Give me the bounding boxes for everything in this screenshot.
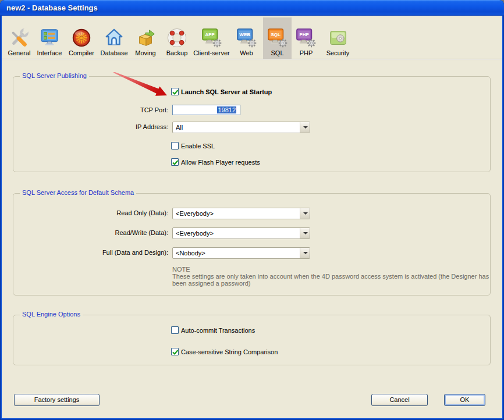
group-sql-engine-options: SQL Engine Options Auto-commit Transacti… bbox=[13, 315, 491, 365]
svg-text:PHP: PHP bbox=[299, 32, 309, 37]
ok-button[interactable]: OK bbox=[444, 394, 485, 406]
client-server-app-icon: APP bbox=[201, 27, 223, 49]
factory-settings-button[interactable]: Factory settings bbox=[14, 394, 100, 406]
ip-address-value: All bbox=[176, 122, 298, 133]
chevron-down-icon[interactable] bbox=[300, 208, 310, 219]
toolbar-item-label: Compiler bbox=[69, 49, 94, 56]
toolbar-item-php[interactable]: PHP PHP bbox=[292, 17, 321, 59]
toolbar-item-label: Interface bbox=[37, 49, 62, 56]
group-sql-server-publishing: SQL Server Publishing Launch SQL Server … bbox=[13, 76, 491, 172]
toolbar-item-sql[interactable]: SQL SQL bbox=[263, 17, 292, 59]
svg-text:APP: APP bbox=[205, 32, 215, 37]
ip-address-label: IP Address: bbox=[72, 123, 168, 130]
check-icon bbox=[172, 159, 179, 166]
full-access-value: <Nobody> bbox=[176, 248, 298, 258]
chevron-down-icon[interactable] bbox=[300, 228, 310, 239]
read-only-label: Read Only (Data): bbox=[72, 209, 168, 216]
database-settings-dialog: new2 - Database Settings General bbox=[0, 0, 504, 420]
launch-sql-server-label: Launch SQL Server at Startup bbox=[181, 88, 272, 95]
group-title: SQL Server Access for Default Schema bbox=[20, 189, 136, 196]
toolbar-item-compiler[interactable]: Compiler bbox=[65, 17, 98, 59]
settings-toolbar: General Interface bbox=[5, 17, 355, 59]
toolbar-item-general[interactable]: General bbox=[5, 17, 34, 59]
launch-sql-server-checkbox[interactable] bbox=[171, 88, 179, 95]
enable-ssl-checkbox[interactable] bbox=[171, 142, 179, 150]
moving-box-icon bbox=[134, 27, 157, 49]
security-card-icon bbox=[327, 27, 349, 49]
toolbar-item-label: Backup bbox=[166, 49, 188, 56]
toolbar-item-label: Database bbox=[100, 49, 127, 56]
svg-text:WEB: WEB bbox=[239, 32, 250, 37]
check-icon bbox=[172, 348, 179, 356]
php-monitor-icon: PHP bbox=[295, 27, 317, 49]
chevron-down-icon[interactable] bbox=[300, 122, 310, 133]
tcp-port-label: TCP Port: bbox=[72, 106, 168, 113]
note-text: These settings are only taken into accou… bbox=[172, 273, 494, 287]
toolbar-item-database[interactable]: Database bbox=[98, 17, 130, 59]
group-title: SQL Server Publishing bbox=[20, 72, 89, 79]
toolbar-item-label: SQL bbox=[271, 49, 283, 56]
toolbar-divider bbox=[2, 59, 502, 60]
tcp-port-value: 19812 bbox=[217, 106, 236, 113]
toolbar-item-label: General bbox=[8, 49, 30, 56]
enable-ssl-label: Enable SSL bbox=[181, 143, 215, 150]
toolbar-item-web[interactable]: WEB Web bbox=[230, 17, 263, 59]
toolbar-item-label: Moving bbox=[135, 49, 155, 56]
backup-lifebuoy-icon bbox=[166, 27, 188, 49]
toolbar-item-client-server[interactable]: APP Client-server bbox=[193, 17, 230, 59]
toolbar-item-security[interactable]: Security bbox=[321, 17, 355, 59]
read-only-select[interactable]: <Everybody> bbox=[172, 208, 310, 219]
tools-icon bbox=[8, 27, 30, 49]
tcp-port-input[interactable]: 19812 bbox=[172, 105, 240, 115]
interface-monitor-icon bbox=[38, 27, 61, 49]
ip-address-select[interactable]: All bbox=[172, 122, 310, 133]
case-sensitive-checkbox[interactable] bbox=[171, 348, 179, 355]
web-monitor-icon: WEB bbox=[236, 27, 258, 49]
toolbar-item-moving[interactable]: Moving bbox=[130, 17, 161, 59]
full-access-label: Full (Data and Design): bbox=[72, 249, 168, 256]
full-access-select[interactable]: <Nobody> bbox=[172, 247, 310, 259]
autocommit-checkbox[interactable] bbox=[171, 326, 179, 334]
title-bar[interactable]: new2 - Database Settings bbox=[0, 0, 504, 16]
toolbar-item-backup[interactable]: Backup bbox=[161, 17, 193, 59]
autocommit-label: Auto-commit Transactions bbox=[181, 327, 255, 334]
svg-text:SQL: SQL bbox=[271, 32, 281, 37]
sql-monitor-icon: SQL bbox=[267, 27, 289, 49]
toolbar-item-interface[interactable]: Interface bbox=[34, 17, 65, 59]
annotation-arrow-icon bbox=[113, 72, 172, 97]
read-write-value: <Everybody> bbox=[176, 228, 298, 239]
group-sql-server-access: SQL Server Access for Default Schema Rea… bbox=[13, 193, 491, 296]
compiler-wheel-icon bbox=[70, 27, 93, 49]
check-icon bbox=[172, 88, 179, 96]
toolbar-item-label: Client-server bbox=[193, 49, 229, 56]
read-only-value: <Everybody> bbox=[176, 208, 298, 219]
chevron-down-icon[interactable] bbox=[300, 248, 310, 258]
case-sensitive-label: Case-sensitive String Comparison bbox=[181, 348, 278, 355]
toolbar-item-label: Security bbox=[326, 49, 350, 56]
window-title: new2 - Database Settings bbox=[6, 0, 98, 16]
cancel-button[interactable]: Cancel bbox=[371, 394, 428, 406]
allow-flash-label: Allow Flash Player requests bbox=[181, 159, 260, 166]
read-write-select[interactable]: <Everybody> bbox=[172, 227, 310, 239]
group-title: SQL Engine Options bbox=[20, 311, 83, 318]
allow-flash-checkbox[interactable] bbox=[171, 158, 179, 166]
database-home-icon bbox=[103, 27, 125, 49]
read-write-label: Read/Write (Data): bbox=[72, 229, 168, 236]
note-title: NOTE bbox=[172, 266, 190, 273]
toolbar-item-label: Web bbox=[240, 49, 253, 56]
toolbar-item-label: PHP bbox=[300, 49, 313, 56]
